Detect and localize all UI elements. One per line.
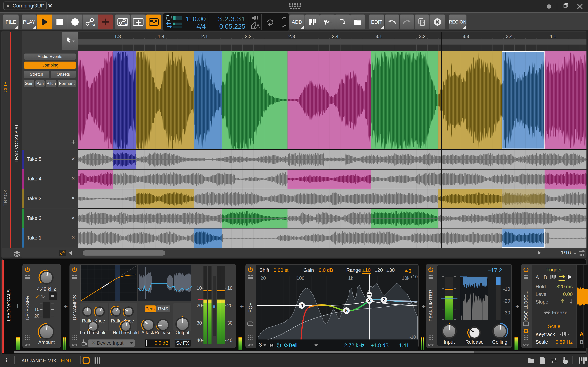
svg-text:Amount: Amount	[38, 340, 55, 345]
svg-text:±10: ±10	[362, 267, 371, 273]
svg-text:Hold: Hold	[536, 284, 546, 289]
svg-text:4.49 kHz: 4.49 kHz	[37, 286, 56, 292]
svg-text:2.72 kHz: 2.72 kHz	[344, 342, 365, 348]
svg-text:-10: -10	[409, 335, 416, 340]
svg-text:w: w	[124, 22, 127, 26]
svg-text:Hi Threshold: Hi Threshold	[113, 330, 139, 335]
svg-text:2: 2	[382, 297, 385, 302]
svg-text:-20: -20	[503, 298, 510, 304]
svg-text:-30: -30	[503, 310, 510, 315]
svg-text:30: 30	[227, 320, 233, 325]
svg-text:4: 4	[301, 303, 303, 308]
svg-text:Ratio: Ratio	[82, 318, 93, 323]
svg-text:±30: ±30	[386, 267, 395, 273]
svg-text:10: 10	[197, 285, 202, 291]
svg-text:−17.2: −17.2	[487, 267, 502, 273]
svg-text:Bell: Bell	[289, 342, 297, 348]
svg-text:1.3: 1.3	[114, 34, 121, 39]
svg-text:4: 4	[41, 294, 43, 298]
svg-text:2.1: 2.1	[201, 34, 208, 39]
svg-text:Peak: Peak	[145, 306, 156, 311]
svg-text:Ratio: Ratio	[111, 318, 121, 323]
svg-text:Trigger: Trigger	[546, 267, 562, 273]
svg-text:1.41: 1.41	[399, 342, 409, 348]
svg-text:0.00 st: 0.00 st	[274, 267, 289, 273]
svg-text:Sc FX: Sc FX	[176, 340, 189, 346]
svg-text:Attack: Attack	[141, 330, 155, 335]
svg-text:Release: Release	[465, 339, 484, 345]
svg-text:20: 20	[227, 303, 233, 308]
svg-text:Slope: Slope	[536, 299, 548, 305]
svg-text:Knee: Knee	[123, 318, 134, 323]
svg-text:320 ms: 320 ms	[556, 284, 573, 289]
svg-text:Keytrack: Keytrack	[536, 332, 555, 337]
svg-text:0.00: 0.00	[563, 291, 573, 297]
svg-text:Gain: Gain	[303, 267, 314, 273]
svg-text:3.1: 3.1	[375, 34, 382, 39]
svg-text:0.0 dB: 0.0 dB	[155, 340, 168, 346]
svg-text:Shift: Shift	[259, 267, 269, 273]
svg-text:100: 100	[296, 275, 304, 281]
svg-text:Scale: Scale	[536, 339, 548, 345]
svg-text:10: 10	[34, 307, 39, 312]
svg-text:Freeze: Freeze	[552, 310, 568, 315]
svg-text:Release: Release	[155, 330, 172, 335]
svg-text:A: A	[536, 275, 539, 280]
svg-text:4.1: 4.1	[550, 34, 556, 39]
svg-text:0.0 dB: 0.0 dB	[319, 267, 333, 273]
svg-text:Lo Threshold: Lo Threshold	[80, 330, 107, 335]
svg-text:10k: 10k	[402, 275, 410, 281]
svg-text:+1.8 dB: +1.8 dB	[371, 342, 389, 348]
svg-text:10: 10	[227, 285, 233, 291]
svg-text:20: 20	[34, 313, 39, 318]
svg-text:Scale: Scale	[548, 323, 560, 329]
svg-text:1.4: 1.4	[158, 34, 164, 39]
svg-text:✕ Device Input: ✕ Device Input	[92, 340, 123, 346]
svg-text:±20: ±20	[375, 267, 383, 273]
svg-text:+10: +10	[410, 274, 418, 279]
svg-text:3.2: 3.2	[419, 34, 426, 39]
svg-text:Knee: Knee	[94, 318, 105, 323]
svg-text:40: 40	[197, 338, 202, 343]
svg-text:1k: 1k	[348, 275, 353, 281]
svg-text:5: 5	[345, 308, 348, 313]
svg-text:RMS: RMS	[158, 306, 168, 311]
svg-text:Level: Level	[536, 291, 547, 297]
svg-text:B: B	[579, 339, 584, 345]
svg-text:Ceiling: Ceiling	[492, 339, 507, 345]
svg-text:3: 3	[259, 342, 262, 348]
svg-text:Output: Output	[175, 330, 189, 335]
svg-text:w: w	[92, 22, 95, 26]
svg-text:3: 3	[368, 298, 371, 303]
svg-text:2.2: 2.2	[245, 34, 251, 39]
svg-text:20: 20	[197, 303, 202, 308]
svg-text:40: 40	[227, 338, 233, 343]
svg-text:30: 30	[197, 320, 202, 325]
svg-text:2.3: 2.3	[288, 34, 295, 39]
svg-text:Input: Input	[444, 339, 455, 345]
svg-text:A: A	[579, 331, 584, 337]
svg-text:-10: -10	[503, 286, 510, 292]
svg-text:B: B	[544, 275, 547, 280]
svg-text:2.4: 2.4	[332, 34, 339, 39]
svg-text:Range: Range	[346, 267, 361, 273]
svg-text:0.59 Hz: 0.59 Hz	[555, 339, 573, 345]
svg-text:3.3: 3.3	[462, 34, 469, 39]
svg-text:3.4: 3.4	[506, 34, 513, 39]
